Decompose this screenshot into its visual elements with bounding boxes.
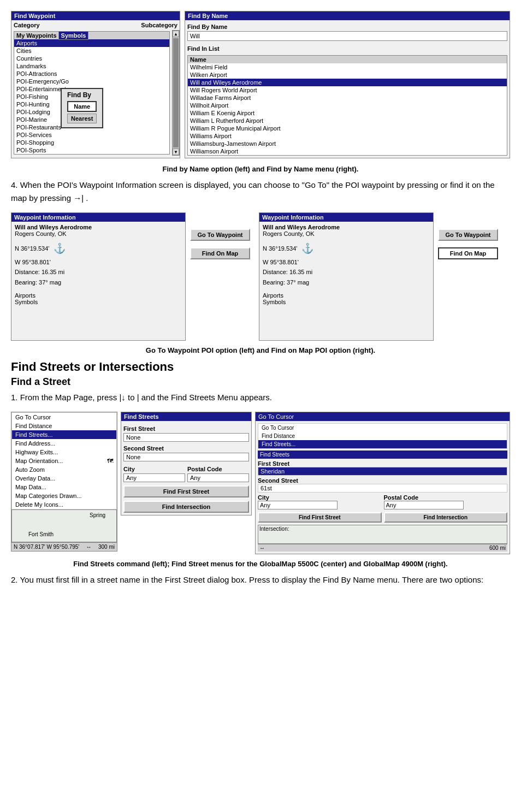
right-gm-title-1: Go To Cursor (256, 412, 510, 421)
menu-find-streets[interactable]: Find Streets... (12, 430, 116, 439)
result-williams[interactable]: Williams Airport (188, 132, 507, 140)
left-wp-county: Rogers County, OK (15, 230, 182, 237)
left-wp-body: Will and Wileys Aerodrome Rogers County,… (11, 222, 185, 340)
left-map-area: Spring Fort Smith (11, 509, 117, 542)
menu-delete-icons[interactable]: Delete My Icons... (12, 500, 116, 509)
right-intersection-label: Intersection: (258, 525, 290, 533)
fw-item-poi-shopping[interactable]: POI-Shopping (14, 139, 169, 146)
right-city-input[interactable] (258, 501, 338, 509)
menu-auto-zoom[interactable]: Auto Zoom (12, 465, 116, 474)
fw-item-landmarks[interactable]: Landmarks (14, 62, 169, 70)
result-wilken[interactable]: Wilken Airport (188, 71, 507, 79)
caption3: Find Streets command (left); Find Street… (11, 560, 510, 568)
find-by-name-body: Find By Name Find In List Name Wilhelmi … (185, 20, 510, 158)
result-wilhelmi[interactable]: Wilhelmi Field (188, 63, 507, 71)
center-fs-title: Find Streets (121, 412, 251, 421)
right-postal-input[interactable] (384, 501, 464, 509)
right-distance: Distance: 16.35 mi (263, 267, 430, 277)
menu-highway-exits[interactable]: Highway Exits... (12, 448, 116, 457)
center-fs-panel: Find Streets First Street Second Street … (121, 412, 252, 515)
right-city-postal-row: City Postal Code (258, 494, 507, 509)
left-wp-panel: Waypoint Information Will and Wileys Aer… (11, 212, 186, 341)
section-heading: Find Streets or Intersections (11, 360, 510, 374)
right-n2: W 95°38.801' (263, 257, 430, 268)
menu-find-distance[interactable]: Find Distance (12, 422, 116, 430)
find-intersection-btn[interactable]: Find Intersection (123, 501, 249, 513)
anchor-icon-left: ⚓ (54, 240, 66, 257)
menu-map-orientation[interactable]: Map Orientation... 🗺 (12, 457, 116, 465)
find-by-nearest-option[interactable]: Nearest (67, 114, 97, 123)
fw-item-poi-services[interactable]: POI-Services (14, 131, 169, 139)
find-on-map-left-button[interactable]: Find On Map (190, 247, 250, 259)
right-gm-panel: Go To Cursor Go To Cursor Find Distance … (255, 412, 510, 554)
go-to-waypoint-right-button[interactable]: Go To Waypoint (438, 229, 498, 241)
result-will-rogers[interactable]: Will Rogers World Airport (188, 86, 507, 94)
result-williamsburg[interactable]: Williamsburg-Jamestown Airport (188, 140, 507, 147)
right-footer2: Symbols (263, 299, 430, 305)
menu-overlay-data[interactable]: Overlay Data... (12, 474, 116, 483)
scrollbar-up-arrow[interactable]: ▲ (173, 31, 179, 37)
left-bearing: Bearing: 37° mag (15, 277, 182, 288)
right-first-list: Sheridan (258, 467, 507, 476)
menu-map-data[interactable]: Map Data... (12, 483, 116, 491)
left-menu-list: Go To Cursor Find Distance Find Streets.… (11, 412, 117, 509)
result-william-koenig[interactable]: William E Koenig Airport (188, 109, 507, 117)
result-willadae[interactable]: Willadae Farms Airport (188, 94, 507, 102)
menu-find-address[interactable]: Find Address... (12, 439, 116, 448)
sub-heading: Find a Street (11, 376, 510, 388)
spring-label: Spring (90, 512, 105, 518)
postal-input[interactable] (187, 473, 249, 482)
result-williamson[interactable]: Williamson Airport (188, 147, 507, 155)
left-footer1: Airports (15, 292, 182, 299)
second-street-input[interactable] (123, 453, 249, 461)
right-mini-menu: Go To Cursor Find Distance Find Streets.… (258, 423, 507, 449)
right-menu-go-to-cursor[interactable]: Go To Cursor (258, 424, 507, 432)
find-on-map-right-button[interactable]: Find On Map (438, 247, 498, 259)
fw-item-my-waypoints[interactable]: My Waypoints Symbols (14, 32, 169, 39)
first-street-input[interactable] (123, 433, 249, 442)
right-61st-item[interactable]: 61st (258, 484, 507, 492)
find-first-street-btn[interactable]: Find First Street (123, 485, 249, 497)
right-postal-label: Postal Code (384, 494, 508, 501)
caption1: Find by Name option (left) and Find by N… (11, 165, 510, 173)
city-postal-row: City Postal Code (123, 464, 249, 482)
left-wp-buttons: Go To Waypoint Find On Map (190, 212, 250, 263)
fw-item-poi-sports[interactable]: POI-Sports (14, 146, 169, 154)
fw-item-countries[interactable]: Countries (14, 55, 169, 62)
right-button-row: Find First Street Find Intersection (258, 512, 507, 523)
city-input[interactable] (123, 473, 185, 482)
fw-item-poi-attractions[interactable]: POI-Attractions (14, 70, 169, 78)
fw-scrollbar[interactable]: ▲ ▼ (172, 30, 180, 156)
scrollbar-down-arrow[interactable]: ▼ (173, 149, 179, 155)
find-by-overlay: Find By Name Nearest (61, 88, 103, 128)
right-wp-footer: Airports Symbols (263, 292, 430, 338)
scrollbar-thumb[interactable] (173, 38, 179, 147)
find-by-name-option[interactable]: Name (67, 101, 97, 112)
right-menu-find-streets[interactable]: Find Streets... (258, 440, 507, 448)
result-william-rutherford[interactable]: William L Rutherford Airport (188, 117, 507, 125)
right-postal-col: Postal Code (384, 494, 508, 509)
left-wp-spacer (15, 305, 182, 338)
right-find-first-street-btn[interactable]: Find First Street (258, 512, 382, 523)
left-coords-text: N 36°07.817' W 95°50.795' (14, 544, 79, 550)
right-menu-find-distance[interactable]: Find Distance (258, 432, 507, 440)
fw-item-poi-emergency[interactable]: POI-Emergency/Go (14, 78, 169, 85)
fw-item-cities[interactable]: Cities (14, 47, 169, 55)
menu-go-to-cursor[interactable]: Go To Cursor (12, 413, 116, 422)
left-distance: Distance: 16.35 mi (15, 267, 182, 277)
streets-row: Go To Cursor Find Distance Find Streets.… (11, 412, 510, 554)
find-by-name-input[interactable] (187, 31, 507, 41)
left-wp-group: Waypoint Information Will and Wileys Aer… (11, 212, 250, 341)
go-to-waypoint-left-button[interactable]: Go To Waypoint (190, 229, 250, 241)
right-find-intersection-btn[interactable]: Find Intersection (384, 512, 508, 523)
menu-map-categories[interactable]: Map Categories Drawn... (12, 491, 116, 500)
city-label: City (123, 466, 185, 472)
result-willhoit[interactable]: Willhoit Airport (188, 102, 507, 109)
right-sheridan-item[interactable]: Sheridan (258, 467, 507, 475)
result-william-pogue[interactable]: William R Pogue Municipal Airport (188, 125, 507, 132)
anchor-icon-right: ⚓ (301, 240, 313, 257)
find-by-name-title: Find By Name (185, 11, 510, 20)
find-by-name-panel: Find By Name Find By Name Find In List N… (185, 11, 510, 158)
fw-item-airports[interactable]: Airports (14, 39, 169, 47)
result-will-wileys[interactable]: Will and Wileys Aerodrome (188, 79, 507, 86)
